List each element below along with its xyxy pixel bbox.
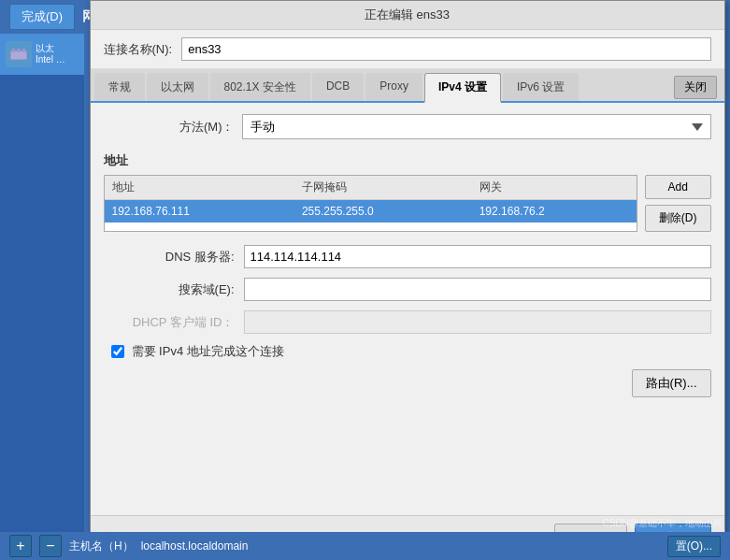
add-address-button[interactable]: Add — [645, 175, 711, 199]
cell-subnet: 255.255.255.0 — [294, 200, 472, 223]
tab-proxy[interactable]: Proxy — [365, 73, 422, 101]
connection-name-label: 连接名称(N): — [104, 41, 173, 58]
connection-name-input[interactable] — [181, 37, 710, 61]
address-row[interactable]: 192.168.76.111 255.255.255.0 192.168.76.… — [105, 200, 637, 223]
col-header-gateway: 网关 — [472, 176, 637, 200]
svg-rect-3 — [22, 49, 25, 52]
search-domain-row: 搜索域(E): — [104, 278, 711, 301]
bottom-bar-right: 置(O)... — [667, 536, 721, 557]
add-network-button[interactable]: + — [9, 535, 32, 557]
col-header-address: 地址 — [105, 176, 294, 200]
address-table-wrapper: 地址 子网掩码 网关 192.168.76.111 255.255.255.0 … — [104, 175, 637, 232]
svg-rect-2 — [18, 49, 21, 52]
address-section-title: 地址 — [104, 152, 711, 169]
cell-address: 192.168.76.111 — [105, 200, 294, 223]
dhcp-client-id-input — [244, 310, 711, 334]
network-panel: 以太 Intel … — [0, 34, 84, 560]
delete-address-button[interactable]: 删除(D) — [645, 205, 711, 232]
bottom-bar-left: + − 主机名（H） localhost.localdomain — [9, 535, 248, 557]
require-ipv4-row: 需要 IPv4 地址完成这个连接 — [104, 343, 711, 360]
svg-rect-1 — [12, 49, 15, 52]
edit-dialog: 正在编辑 ens33 连接名称(N): 常规 以太网 802.1X 安全性 DC… — [90, 0, 725, 560]
route-row: 路由(R)... — [104, 369, 711, 397]
search-domain-label: 搜索域(E): — [104, 281, 235, 298]
network-item-label: 以太 Intel … — [36, 43, 65, 65]
require-ipv4-label: 需要 IPv4 地址完成这个连接 — [132, 343, 284, 360]
col-header-subnet: 子网掩码 — [294, 176, 472, 200]
require-ipv4-checkbox[interactable] — [111, 345, 124, 358]
tab-dcb[interactable]: DCB — [312, 73, 364, 101]
address-buttons: Add 删除(D) — [645, 175, 711, 232]
tabs-close-area: 关闭 — [674, 73, 721, 101]
dns-label: DNS 服务器: — [104, 249, 235, 266]
tab-ipv4[interactable]: IPv4 设置 — [424, 73, 501, 103]
tabs-row: 常规 以太网 802.1X 安全性 DCB Proxy IPv4 设置 IPv6… — [91, 69, 724, 103]
bottom-bar: + − 主机名（H） localhost.localdomain 置(O)... — [0, 532, 730, 560]
dialog-title: 正在编辑 ens33 — [365, 7, 450, 22]
network-panel-item-ethernet[interactable]: 以太 Intel … — [0, 34, 84, 75]
tab-8021x[interactable]: 802.1X 安全性 — [210, 73, 310, 101]
tab-ipv6[interactable]: IPv6 设置 — [503, 73, 579, 101]
method-select[interactable]: 手动 — [242, 114, 711, 139]
address-table: 地址 子网掩码 网关 192.168.76.111 255.255.255.0 … — [105, 176, 637, 223]
dhcp-client-id-row: DHCP 客户端 ID： — [104, 310, 711, 334]
cell-gateway: 192.168.76.2 — [472, 200, 637, 223]
method-row: 方法(M)： 手动 — [104, 114, 711, 139]
hostname-value: localhost.localdomain — [141, 539, 249, 553]
dns-row: DNS 服务器: — [104, 245, 711, 268]
dhcp-client-id-label: DHCP 客户端 ID： — [104, 314, 235, 331]
done-button[interactable]: 完成(D) — [9, 4, 75, 30]
tab-general[interactable]: 常规 — [94, 73, 145, 101]
search-domain-input[interactable] — [244, 278, 711, 301]
tab-ethernet[interactable]: 以太网 — [147, 73, 208, 101]
dns-input[interactable] — [244, 245, 711, 268]
address-container: 地址 子网掩码 网关 192.168.76.111 255.255.255.0 … — [104, 175, 711, 232]
ethernet-icon — [6, 41, 32, 67]
settings-button[interactable]: 置(O)... — [667, 536, 721, 557]
hostname-bottom-label: 主机名（H） — [69, 538, 134, 554]
route-button[interactable]: 路由(R)... — [632, 369, 711, 397]
connection-name-row: 连接名称(N): — [91, 30, 724, 69]
method-label: 方法(M)： — [104, 119, 235, 136]
dialog-titlebar: 正在编辑 ens33 — [91, 1, 724, 30]
remove-network-button[interactable]: − — [39, 535, 62, 557]
close-button[interactable]: 关闭 — [674, 76, 717, 99]
dialog-body: 方法(M)： 手动 地址 地址 子网掩码 网关 — [91, 103, 724, 515]
